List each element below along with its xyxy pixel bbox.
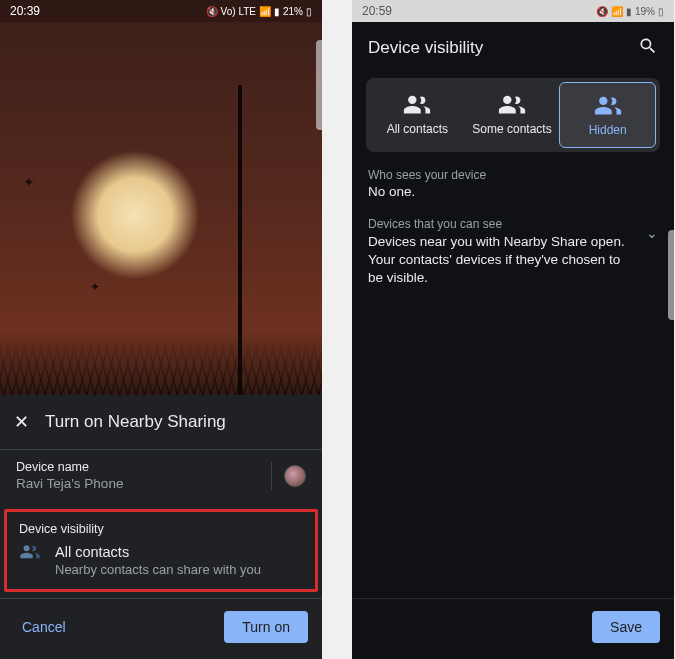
battery-icon: ▯: [658, 6, 664, 17]
signal-icon: ▮: [274, 6, 280, 17]
turn-on-button[interactable]: Turn on: [224, 611, 308, 643]
battery-icon: ▯: [306, 6, 312, 17]
visibility-description: Nearby contacts can share with you: [55, 562, 261, 577]
sheet-header: ✕ Turn on Nearby Sharing: [0, 395, 322, 449]
status-bar: 20:59 🔇 📶 ▮ 19% ▯: [352, 0, 674, 22]
battery-text: 19%: [635, 6, 655, 17]
battery-text: 21%: [283, 6, 303, 17]
segment-hidden[interactable]: Hidden: [559, 82, 656, 148]
status-bar: 20:39 🔇 Vo) LTE 📶 ▮ 21% ▯: [0, 0, 322, 22]
visibility-mode: All contacts: [55, 544, 261, 560]
segment-label: All contacts: [387, 122, 448, 136]
sheet-title: Turn on Nearby Sharing: [45, 412, 226, 432]
contacts-icon: [19, 544, 41, 560]
bird-graphic: ✦: [90, 280, 100, 294]
visibility-segmented-control: All contacts Some contacts Hidden: [366, 78, 660, 152]
chevron-down-icon[interactable]: ⌄: [646, 225, 658, 241]
right-phone-frame: 20:59 🔇 📶 ▮ 19% ▯ Device visibility All …: [352, 0, 674, 659]
page-title: Device visibility: [368, 38, 483, 58]
who-sees-caption: Who sees your device: [368, 168, 658, 182]
status-icons: 🔇 📶 ▮ 19% ▯: [596, 6, 664, 17]
wifi-icon: 📶: [259, 6, 271, 17]
left-phone-frame: ✦ ✦ · 20:39 🔇 Vo) LTE 📶 ▮ 21% ▯ ✕ Turn o…: [0, 0, 322, 659]
device-name-row[interactable]: Device name Ravi Teja's Phone: [0, 449, 322, 505]
device-name-value: Ravi Teja's Phone: [16, 476, 123, 491]
mute-icon: 🔇: [206, 6, 218, 17]
devices-body: Devices near you with Nearby Share open.…: [368, 233, 634, 288]
segment-label: Some contacts: [472, 122, 551, 136]
devices-you-see-row[interactable]: Devices that you can see Devices near yo…: [352, 203, 674, 302]
who-sees-section: Who sees your device No one.: [352, 152, 674, 203]
device-name-label: Device name: [16, 460, 123, 474]
network-text: Vo) LTE: [221, 6, 256, 17]
save-button[interactable]: Save: [592, 611, 660, 643]
nearby-sharing-sheet: ✕ Turn on Nearby Sharing Device name Rav…: [0, 395, 322, 659]
sun-graphic: [70, 150, 200, 280]
status-icons: 🔇 Vo) LTE 📶 ▮ 21% ▯: [206, 6, 312, 17]
sheet-actions: Cancel Turn on: [0, 598, 322, 659]
account-avatar[interactable]: [284, 465, 306, 487]
segment-all-contacts[interactable]: All contacts: [370, 82, 465, 148]
segment-label: Hidden: [589, 123, 627, 137]
bird-graphic: ·: [60, 130, 63, 141]
status-time: 20:39: [10, 4, 40, 18]
wifi-icon: 📶: [611, 6, 623, 17]
search-icon[interactable]: [638, 36, 658, 60]
who-sees-body: No one.: [368, 184, 658, 199]
divider: [271, 462, 272, 490]
bird-graphic: ✦: [23, 174, 35, 190]
edge-panel-handle[interactable]: [668, 230, 674, 320]
page-header: Device visibility: [352, 22, 674, 78]
close-icon[interactable]: ✕: [14, 411, 29, 433]
edge-panel-handle[interactable]: [316, 40, 322, 130]
bottom-action-bar: Save: [352, 598, 674, 659]
mute-icon: 🔇: [596, 6, 608, 17]
device-visibility-row[interactable]: Device visibility All contacts Nearby co…: [4, 509, 318, 592]
status-time: 20:59: [362, 4, 392, 18]
cancel-button[interactable]: Cancel: [14, 613, 74, 641]
devices-caption: Devices that you can see: [368, 217, 634, 231]
signal-icon: ▮: [626, 6, 632, 17]
pine-tree-graphic: [200, 75, 280, 405]
visibility-label: Device visibility: [19, 522, 303, 536]
segment-some-contacts[interactable]: Some contacts: [465, 82, 560, 148]
